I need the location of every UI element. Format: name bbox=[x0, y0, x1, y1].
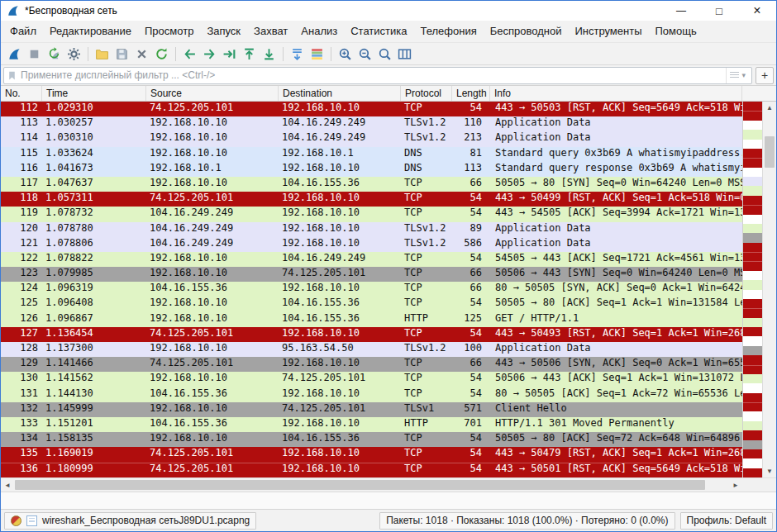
restart-capture-icon[interactable] bbox=[45, 45, 64, 64]
menu-item[interactable]: Файл bbox=[3, 21, 43, 42]
go-last-packet-icon[interactable] bbox=[260, 45, 279, 64]
horizontal-scroll-thumb[interactable] bbox=[15, 480, 705, 490]
close-button[interactable]: × bbox=[738, 1, 776, 21]
display-filter-field[interactable]: ▾ bbox=[3, 67, 752, 84]
menu-item[interactable]: Захват bbox=[247, 21, 294, 42]
column-header[interactable]: Destination bbox=[279, 86, 401, 101]
packet-row[interactable]: 117 1.047637 192.168.10.10 104.16.155.36… bbox=[1, 177, 742, 192]
zoom-original-icon[interactable] bbox=[375, 45, 394, 64]
packet-row[interactable]: 112 1.029310 74.125.205.101 192.168.10.1… bbox=[1, 102, 742, 116]
go-back-icon[interactable] bbox=[180, 45, 199, 64]
filter-expression-dropdown[interactable]: ▾ bbox=[726, 68, 749, 83]
column-header[interactable]: Length bbox=[452, 86, 490, 101]
menu-item[interactable]: Статистика bbox=[344, 21, 413, 42]
menu-item[interactable]: Помощь bbox=[649, 21, 703, 42]
packet-row[interactable]: 135 1.169019 74.125.205.101 192.168.10.1… bbox=[1, 447, 742, 462]
zoom-out-icon[interactable] bbox=[355, 45, 374, 64]
packet-no: 129 bbox=[1, 357, 42, 372]
capture-options-icon[interactable] bbox=[64, 45, 83, 64]
close-file-icon[interactable] bbox=[132, 45, 151, 64]
packet-row[interactable]: 122 1.078822 192.168.10.10 104.16.249.24… bbox=[1, 252, 742, 267]
packet-row[interactable]: 134 1.158135 192.168.10.10 104.16.155.36… bbox=[1, 432, 742, 447]
menu-item[interactable]: Телефония bbox=[413, 21, 483, 42]
zoom-in-icon[interactable] bbox=[336, 45, 355, 64]
column-header[interactable]: Source bbox=[146, 86, 279, 101]
packet-time: 1.096867 bbox=[42, 312, 146, 327]
packet-row[interactable]: 119 1.078732 104.16.249.249 192.168.10.1… bbox=[1, 207, 742, 221]
maximize-button[interactable]: □ bbox=[700, 1, 738, 21]
packet-info: Application Data bbox=[490, 222, 742, 237]
packet-row[interactable]: 113 1.030257 192.168.10.10 104.16.249.24… bbox=[1, 116, 742, 131]
scroll-left-icon[interactable]: ◄ bbox=[1, 478, 14, 492]
scroll-down-icon[interactable]: ▼ bbox=[763, 465, 776, 477]
menu-item[interactable]: Запуск bbox=[200, 21, 247, 42]
horizontal-scrollbar[interactable]: ◄ ► bbox=[1, 478, 742, 492]
save-file-icon[interactable] bbox=[112, 45, 131, 64]
go-forward-icon[interactable] bbox=[200, 45, 219, 64]
stop-capture-icon[interactable] bbox=[25, 45, 44, 64]
column-header[interactable]: Time bbox=[42, 86, 146, 101]
packet-row[interactable]: 132 1.145999 192.168.10.10 74.125.205.10… bbox=[1, 402, 742, 417]
auto-scroll-icon[interactable] bbox=[288, 45, 307, 64]
packet-info: 443 → 50503 [RST, ACK] Seq=5649 Ack=518 … bbox=[490, 102, 742, 116]
menu-item[interactable]: Просмотр bbox=[138, 21, 200, 42]
display-filter-input[interactable] bbox=[21, 69, 722, 81]
vertical-scrollbar[interactable]: ▲ ▼ bbox=[762, 102, 776, 477]
packet-length: 66 bbox=[452, 177, 490, 192]
packet-row[interactable]: 125 1.096408 192.168.10.10 104.16.155.36… bbox=[1, 297, 742, 311]
profile-selector[interactable]: Профиль: Default bbox=[680, 512, 774, 530]
column-header[interactable]: No. bbox=[1, 86, 42, 101]
packet-row[interactable]: 121 1.078806 104.16.249.249 192.168.10.1… bbox=[1, 237, 742, 252]
packet-row[interactable]: 136 1.180999 74.125.205.101 192.168.10.1… bbox=[1, 463, 742, 477]
menu-item[interactable]: Инструменты bbox=[568, 21, 648, 42]
packet-length: 89 bbox=[452, 222, 490, 237]
pane-splitter[interactable] bbox=[1, 492, 776, 509]
packet-protocol: TCP bbox=[401, 252, 452, 267]
packet-row[interactable]: 120 1.078780 104.16.249.249 192.168.10.1… bbox=[1, 222, 742, 237]
packet-row[interactable]: 131 1.144130 104.16.155.36 192.168.10.10… bbox=[1, 387, 742, 402]
packet-counts: Пакеты: 1018 · Показаны: 1018 (100.0%) ·… bbox=[379, 512, 675, 530]
packet-row[interactable]: 126 1.096867 192.168.10.10 104.16.155.36… bbox=[1, 312, 742, 327]
go-to-packet-icon[interactable] bbox=[220, 45, 239, 64]
menu-item[interactable]: Беспроводной bbox=[484, 21, 569, 42]
packet-destination: 192.168.10.10 bbox=[279, 327, 401, 342]
minimap-stripe bbox=[743, 177, 762, 186]
menu-item[interactable]: Анализ bbox=[294, 21, 344, 42]
vertical-scroll-thumb[interactable] bbox=[765, 136, 775, 168]
toolbar-separator bbox=[175, 47, 176, 61]
packet-row[interactable]: 123 1.079985 192.168.10.10 74.125.205.10… bbox=[1, 267, 742, 282]
packet-row[interactable]: 133 1.151201 104.16.155.36 192.168.10.10… bbox=[1, 417, 742, 432]
packet-row[interactable]: 115 1.033624 192.168.10.10 192.168.10.1 … bbox=[1, 147, 742, 162]
packet-row[interactable]: 116 1.041673 192.168.10.1 192.168.10.10 … bbox=[1, 162, 742, 177]
reload-file-icon[interactable] bbox=[152, 45, 171, 64]
column-header[interactable]: Info bbox=[490, 86, 742, 101]
packet-row[interactable]: 129 1.141466 74.125.205.101 192.168.10.1… bbox=[1, 357, 742, 372]
packet-row[interactable]: 114 1.030310 192.168.10.10 104.16.249.24… bbox=[1, 131, 742, 146]
packet-row[interactable]: 127 1.136454 74.125.205.101 192.168.10.1… bbox=[1, 327, 742, 342]
packet-time: 1.030310 bbox=[42, 131, 146, 146]
packet-length: 54 bbox=[452, 327, 490, 342]
expert-info-icon[interactable] bbox=[11, 515, 21, 526]
packet-row[interactable]: 130 1.141562 192.168.10.10 74.125.205.10… bbox=[1, 372, 742, 387]
wireshark-logo-icon bbox=[7, 4, 20, 17]
resize-columns-icon[interactable] bbox=[395, 45, 414, 64]
packet-list-body: 112 1.029310 74.125.205.101 192.168.10.1… bbox=[1, 102, 776, 477]
scroll-up-icon[interactable]: ▲ bbox=[763, 102, 776, 114]
packet-destination: 192.168.10.10 bbox=[279, 237, 401, 252]
capture-comment-icon[interactable] bbox=[26, 515, 37, 526]
filter-bookmark-icon[interactable] bbox=[7, 70, 17, 81]
packet-minimap[interactable] bbox=[742, 102, 762, 477]
scroll-right-icon[interactable]: ► bbox=[729, 478, 742, 492]
menu-item[interactable]: Редактирование bbox=[43, 21, 138, 42]
packet-row[interactable]: 128 1.137300 192.168.10.10 95.163.54.50 … bbox=[1, 342, 742, 357]
packet-row[interactable]: 124 1.096319 104.16.155.36 192.168.10.10… bbox=[1, 282, 742, 297]
open-file-icon[interactable] bbox=[93, 45, 112, 64]
filter-add-button[interactable]: + bbox=[756, 67, 774, 84]
colorize-packets-icon[interactable] bbox=[307, 45, 327, 64]
minimize-button[interactable]: — bbox=[662, 1, 700, 21]
packet-row[interactable]: 118 1.057311 74.125.205.101 192.168.10.1… bbox=[1, 192, 742, 207]
window-controls: — □ × bbox=[662, 1, 776, 21]
column-header[interactable]: Protocol bbox=[401, 86, 452, 101]
go-first-packet-icon[interactable] bbox=[240, 45, 259, 64]
start-capture-icon[interactable] bbox=[5, 45, 24, 64]
